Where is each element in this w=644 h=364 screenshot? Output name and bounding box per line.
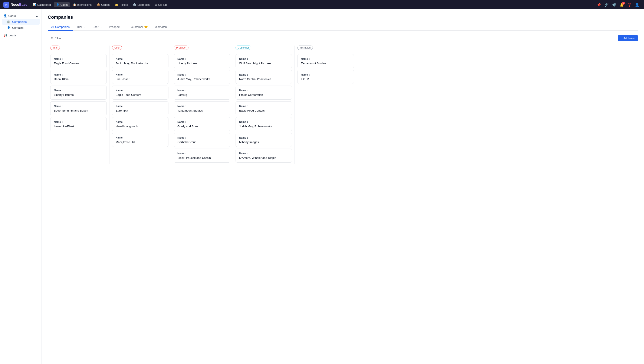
kanban-card[interactable]: Name：Judith May, Robinetworks <box>236 117 292 131</box>
notification-badge: 1 <box>622 2 625 5</box>
nav-item-orders[interactable]: 📦 Orders <box>95 2 112 7</box>
interactions-icon: 📋 <box>73 3 76 6</box>
kanban-card[interactable]: Name：Earempty <box>112 101 169 115</box>
col-badge-mismatch: Mismatch <box>297 46 313 50</box>
card-name-label: Name： <box>116 120 165 124</box>
kanban-card[interactable]: Name：Liberty Pictures <box>174 54 230 68</box>
kanban-card[interactable]: Name：Judith May, Robinetworks <box>112 54 169 68</box>
card-name-label: Name： <box>177 57 227 61</box>
card-name-value: Earslug <box>177 93 227 96</box>
logo[interactable]: N NocoBase <box>4 2 27 8</box>
card-name-label: Name： <box>239 136 288 140</box>
help-icon-btn[interactable]: ❓ <box>626 1 633 8</box>
card-name-value: Liberty Pictures <box>54 93 103 96</box>
kanban-card[interactable]: Name：Praxis Corporation <box>236 86 292 100</box>
share-icon-btn[interactable]: 🔗 <box>603 1 610 8</box>
examples-icon: 🏛️ <box>133 3 136 6</box>
kanban-card[interactable]: Name：FireBasket <box>112 70 169 84</box>
sidebar-item-contacts[interactable]: 👤 Contacts <box>2 25 40 31</box>
chevron-up-icon: ▲ <box>36 14 38 17</box>
kanban-card[interactable]: Name：Earslug <box>174 86 230 100</box>
kanban-col-customer: CustomerName：Wolf Searchlight PicturesNa… <box>233 46 295 164</box>
kanban-card[interactable]: Name：Eagle Food Centers <box>236 101 292 115</box>
nav-item-github[interactable]: ⊙ GitHub <box>153 2 169 7</box>
tab-all-companies[interactable]: All Companies <box>48 24 73 31</box>
kanban-card[interactable]: Name：Liberty Pictures <box>50 86 107 100</box>
card-name-value: Tantamount Studios <box>301 62 350 65</box>
profile-icon-btn[interactable]: 👤 <box>634 1 640 8</box>
nav-item-examples[interactable]: 🏛️ Examples <box>131 2 152 7</box>
kanban-col-mismatch: MismatchName：Tantamount StudiosName：EXEM <box>295 46 356 164</box>
pin-icon-btn[interactable]: 📌 <box>595 1 602 8</box>
col-badge-trial: Trial <box>50 46 60 50</box>
topnav: N NocoBase 📊 Dashboard 👤 Users 📋 Interac… <box>0 0 644 9</box>
nav-item-dashboard[interactable]: 📊 Dashboard <box>31 2 53 7</box>
kanban-card[interactable]: Name：Wolf Searchlight Pictures <box>236 54 292 68</box>
card-name-label: Name： <box>54 57 103 61</box>
card-name-label: Name： <box>54 104 103 108</box>
kanban-card[interactable]: Name：Gerhold Group <box>174 133 230 147</box>
kanban-card[interactable]: Name：Tantamount Studios <box>174 101 230 115</box>
col-header-customer: Customer <box>236 46 292 52</box>
kanban-card[interactable]: Name：EXEM <box>297 70 354 84</box>
card-name-value: Miberty Images <box>239 140 288 144</box>
card-name-label: Name： <box>239 152 288 156</box>
nav-item-users[interactable]: 👤 Users <box>54 2 70 7</box>
sidebar-group-users[interactable]: 👤 Users ▲ <box>2 13 40 19</box>
kanban-card[interactable]: Name：D'Amore, Windler and Rippin <box>236 148 292 163</box>
card-name-label: Name： <box>177 120 227 124</box>
sidebar-item-leads[interactable]: 📢 Leads <box>2 32 40 38</box>
sidebar-item-label-leads: Leads <box>9 34 17 37</box>
kanban-card[interactable]: Name：Leuschke-Ebert <box>50 117 107 131</box>
card-name-value: Hamill-Langworth <box>116 125 165 128</box>
col-header-user: User <box>112 46 169 52</box>
tab-user[interactable]: User → <box>89 24 106 31</box>
kanban-board: TrialName：Eagle Food CentersName：Danni K… <box>48 46 638 164</box>
card-name-label: Name： <box>177 104 227 108</box>
card-name-value: Earempty <box>116 109 165 112</box>
orders-icon: 📦 <box>97 3 100 6</box>
kanban-card[interactable]: Name：Tantamount Studios <box>297 54 354 68</box>
tab-customer[interactable]: Customer 🤝 <box>127 24 151 31</box>
card-name-label: Name： <box>177 152 227 156</box>
kanban-card[interactable]: Name：Macejkovic Ltd <box>112 133 169 147</box>
kanban-card[interactable]: Name：Miberty Images <box>236 133 292 147</box>
tab-trial[interactable]: Trial → <box>73 24 89 31</box>
add-new-button[interactable]: + Add new <box>618 35 638 41</box>
col-badge-prospect: Prospect <box>174 46 189 50</box>
filter-button[interactable]: ⊟ Filter <box>48 35 64 41</box>
nav-item-interactions[interactable]: 📋 Interactions <box>71 2 94 7</box>
card-name-value: Leuschke-Ebert <box>54 125 103 128</box>
card-name-value: Eagle Food Centers <box>239 109 288 112</box>
card-name-value: Liberty Pictures <box>177 62 227 65</box>
kanban-card[interactable]: Name：North Central Positronics <box>236 70 292 84</box>
page-title: Companies <box>48 14 638 20</box>
tab-prospect[interactable]: Prospect → <box>106 24 128 31</box>
card-name-value: Grady and Sons <box>177 125 227 128</box>
users-group-icon: 👤 <box>4 14 7 18</box>
card-name-label: Name： <box>116 136 165 140</box>
kanban-card[interactable]: Name：Bode, Schumm and Bauch <box>50 101 107 115</box>
kanban-card[interactable]: Name：Block, Paucek and Cassin <box>174 148 230 163</box>
kanban-card[interactable]: Name：Eagle Food Centers <box>112 86 169 100</box>
card-name-label: Name： <box>301 57 350 61</box>
sidebar-item-label-companies: Companies <box>12 20 27 24</box>
contacts-icon: 👤 <box>7 26 11 30</box>
kanban-card[interactable]: Name：Danni Klein <box>50 70 107 84</box>
sidebar-item-companies[interactable]: 🏢 Companies <box>2 19 40 25</box>
kanban-col-trial: TrialName：Eagle Food CentersName：Danni K… <box>48 46 110 164</box>
tab-mismatch[interactable]: Mismatch <box>151 24 170 31</box>
card-name-value: Bode, Schumm and Bauch <box>54 109 103 112</box>
col-header-mismatch: Mismatch <box>297 46 354 52</box>
nav-item-tickets[interactable]: 🎫 Tickets <box>113 2 130 7</box>
kanban-card[interactable]: Name：Eagle Food Centers <box>50 54 107 68</box>
col-header-prospect: Prospect <box>174 46 230 52</box>
kanban-card[interactable]: Name：Hamill-Langworth <box>112 117 169 131</box>
card-name-value: D'Amore, Windler and Rippin <box>239 156 288 160</box>
settings-icon-btn[interactable]: ⚙️ <box>611 1 617 8</box>
dashboard-icon: 📊 <box>33 3 36 6</box>
card-name-label: Name： <box>239 104 288 108</box>
bell-icon-btn[interactable]: 🔔 1 <box>618 1 625 8</box>
kanban-card[interactable]: Name：Grady and Sons <box>174 117 230 131</box>
kanban-card[interactable]: Name：Judith May, Robinetworks <box>174 70 230 84</box>
